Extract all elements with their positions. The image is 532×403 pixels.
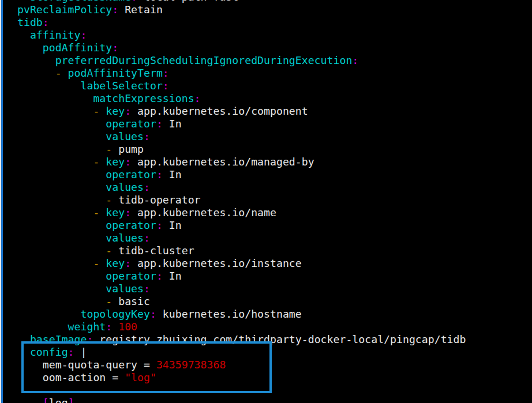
code-line: affinity: bbox=[17, 29, 466, 42]
code-line: - key: app.kubernetes.io/managed-by bbox=[17, 156, 466, 168]
code-line: - tidb-cluster bbox=[17, 244, 466, 257]
code-line: values: bbox=[17, 283, 466, 295]
code-line: - key: app.kubernetes.io/name bbox=[17, 206, 466, 219]
terminal-screen[interactable]: storageClassName: local-path-fastpvRecla… bbox=[0, 0, 532, 403]
code-line: operator: In bbox=[17, 270, 466, 283]
code-line: operator: In bbox=[17, 118, 466, 130]
code-line: - tidb-operator bbox=[17, 194, 466, 206]
code-line: podAffinity: bbox=[17, 42, 466, 54]
code-line: operator: In bbox=[17, 219, 466, 232]
code-line: - basic bbox=[17, 295, 466, 308]
code-line: [log] bbox=[17, 397, 466, 403]
code-line: pvReclaimPolicy: Retain bbox=[17, 3, 466, 16]
code-line: - podAffinityTerm: bbox=[17, 67, 466, 80]
code-line: - key: app.kubernetes.io/component bbox=[17, 105, 466, 118]
code-line: topologyKey: kubernetes.io/hostname bbox=[17, 308, 466, 321]
code-line: labelSelector: bbox=[17, 80, 466, 92]
code-line: tidb: bbox=[17, 16, 466, 29]
window-edge-blue bbox=[1, 0, 3, 403]
code-line: values: bbox=[17, 232, 466, 244]
code-line: preferredDuringSchedulingIgnoredDuringEx… bbox=[17, 54, 466, 67]
code-line: - key: app.kubernetes.io/instance bbox=[17, 257, 466, 270]
code-line: weight: 100 bbox=[17, 321, 466, 333]
code-line: matchExpressions: bbox=[17, 92, 466, 105]
code-line: operator: In bbox=[17, 168, 466, 181]
config-highlight-box bbox=[21, 341, 272, 393]
code-line: values: bbox=[17, 181, 466, 194]
code-line: values: bbox=[17, 130, 466, 143]
code-line: - pump bbox=[17, 143, 466, 156]
